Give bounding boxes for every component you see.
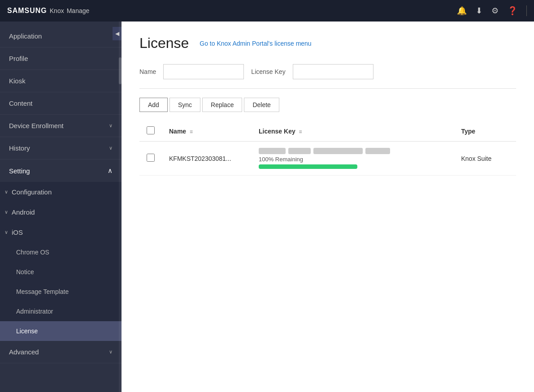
download-icon[interactable]: ⬇	[476, 6, 482, 16]
chevron-up-icon: ∧	[108, 167, 113, 175]
blur-block-2	[288, 148, 311, 154]
progress-text: 100% Remaining	[259, 156, 447, 163]
sidebar-item-setting[interactable]: Setting ∧	[0, 159, 122, 182]
license-key-progress-container: 100% Remaining	[259, 148, 447, 169]
sidebar-item-device-enrollment[interactable]: Device Enrollment ∨	[0, 115, 122, 137]
table-col-type: Type	[454, 121, 516, 142]
logo: SAMSUNG Knox Manage	[7, 7, 89, 15]
filter-row: Name License Key	[139, 64, 516, 89]
sort-icon-name[interactable]: ≡	[190, 129, 193, 135]
gear-icon[interactable]: ⚙	[491, 6, 499, 16]
add-button[interactable]: Add	[139, 98, 168, 112]
table-col-name: Name ≡	[162, 121, 252, 142]
sidebar-item-license[interactable]: License	[0, 321, 122, 341]
logo-samsung: SAMSUNG	[7, 7, 47, 15]
header-divider	[526, 5, 527, 16]
license-key-blurred	[259, 148, 447, 154]
setting-section: ∨ Configuration ∨ Android ∨ iOS Chrome O…	[0, 182, 122, 341]
name-filter-label: Name	[139, 68, 156, 75]
chevron-down-icon: ∨	[109, 123, 113, 129]
sidebar-item-device-enrollment-label: Device Enrollment	[9, 122, 64, 129]
sidebar-item-history-label: History	[9, 144, 30, 152]
table-col-checkbox	[139, 121, 162, 142]
sidebar-item-android-label: Android	[12, 208, 35, 216]
row-checkbox[interactable]	[147, 154, 155, 162]
sidebar-item-message-template[interactable]: Message Template	[0, 282, 122, 302]
top-header: SAMSUNG Knox Manage 🔔 ⬇ ⚙ ❓	[0, 0, 534, 22]
table-body: KFMKST202303081... 100% Remaining	[139, 142, 516, 176]
table-row: KFMKST202303081... 100% Remaining	[139, 142, 516, 176]
sidebar-item-profile[interactable]: Profile	[0, 47, 122, 70]
portal-link[interactable]: Go to Knox Admin Portal's license menu	[200, 40, 311, 47]
table-header: Name ≡ License Key ≡ Type	[139, 121, 516, 142]
chevron-down-icon: ∨	[4, 229, 8, 235]
sidebar-item-configuration[interactable]: ∨ Configuration	[0, 182, 122, 202]
replace-button[interactable]: Replace	[202, 98, 242, 112]
page-title-row: License Go to Knox Admin Portal's licens…	[139, 35, 516, 52]
sync-button[interactable]: Sync	[169, 98, 200, 112]
chevron-down-icon: ∨	[4, 189, 8, 195]
sidebar: ◀ Application Profile Kiosk Content Devi…	[0, 22, 122, 392]
sidebar-item-kiosk-label: Kiosk	[9, 77, 26, 85]
sidebar-item-administrator[interactable]: Administrator	[0, 302, 122, 321]
action-row: Add Sync Replace Delete	[139, 98, 516, 112]
blur-block-1	[259, 148, 286, 154]
table-col-license-key-label: License Key	[259, 128, 295, 135]
table-col-license-key: License Key ≡	[252, 121, 454, 142]
sidebar-item-advanced-label: Advanced	[9, 348, 39, 356]
help-icon[interactable]: ❓	[508, 6, 517, 16]
sidebar-item-content-label: Content	[9, 99, 33, 107]
content-area: License Go to Knox Admin Portal's licens…	[122, 22, 534, 392]
table-col-type-label: Type	[461, 128, 475, 135]
header-icons: 🔔 ⬇ ⚙ ❓	[457, 5, 527, 16]
sidebar-item-application-label: Application	[9, 32, 42, 40]
sidebar-item-chrome-os-label: Chrome OS	[16, 249, 49, 256]
select-all-checkbox[interactable]	[147, 126, 155, 134]
sidebar-item-advanced[interactable]: Advanced ∨	[0, 341, 122, 363]
chevron-down-icon: ∨	[109, 145, 113, 151]
table-cell-checkbox	[139, 142, 162, 176]
sidebar-item-notice[interactable]: Notice	[0, 262, 122, 282]
sidebar-item-message-template-label: Message Template	[16, 288, 69, 295]
sidebar-item-notice-label: Notice	[16, 268, 34, 276]
sidebar-item-configuration-label: Configuration	[12, 188, 52, 196]
license-table: Name ≡ License Key ≡ Type	[139, 121, 516, 176]
table-col-name-label: Name	[169, 128, 186, 135]
sidebar-item-content[interactable]: Content	[0, 92, 122, 115]
sidebar-scrollbar-thumb[interactable]	[119, 57, 122, 84]
name-filter-input[interactable]	[163, 64, 244, 79]
sidebar-scroll: Application Profile Kiosk Content Device…	[0, 22, 122, 392]
sidebar-item-chrome-os[interactable]: Chrome OS	[0, 242, 122, 262]
sidebar-item-android[interactable]: ∨ Android	[0, 202, 122, 222]
license-name: KFMKST202303081...	[169, 155, 231, 162]
license-key-filter-label: License Key	[251, 68, 285, 75]
blur-block-3	[313, 148, 363, 154]
bell-icon[interactable]: 🔔	[457, 6, 467, 16]
sidebar-item-ios-label: iOS	[12, 228, 23, 236]
sidebar-item-profile-label: Profile	[9, 55, 28, 62]
logo-manage: Manage	[67, 7, 90, 14]
sidebar-item-history[interactable]: History ∨	[0, 137, 122, 159]
page-title: License	[139, 35, 189, 52]
license-key-filter-input[interactable]	[293, 64, 373, 79]
logo-knox: Knox	[50, 7, 64, 14]
sidebar-item-setting-label: Setting	[9, 167, 30, 175]
table-cell-type: Knox Suite	[454, 142, 516, 176]
sidebar-scrollbar-track	[119, 22, 122, 392]
sidebar-item-kiosk[interactable]: Kiosk	[0, 70, 122, 92]
license-type: Knox Suite	[461, 155, 491, 162]
blur-block-4	[365, 148, 390, 154]
chevron-down-icon: ∨	[109, 349, 113, 355]
sort-icon-license-key[interactable]: ≡	[299, 129, 302, 135]
chevron-down-icon: ∨	[4, 209, 8, 215]
table-cell-license-key: 100% Remaining	[252, 142, 454, 176]
sidebar-item-administrator-label: Administrator	[16, 308, 53, 315]
sidebar-item-application[interactable]: Application	[0, 25, 122, 47]
progress-bar-background	[259, 164, 357, 169]
sidebar-item-ios[interactable]: ∨ iOS	[0, 222, 122, 242]
progress-bar-fill	[259, 164, 357, 169]
sidebar-item-license-label: License	[16, 327, 38, 335]
main-layout: ◀ Application Profile Kiosk Content Devi…	[0, 22, 534, 392]
table-cell-name: KFMKST202303081...	[162, 142, 252, 176]
delete-button[interactable]: Delete	[244, 98, 279, 112]
